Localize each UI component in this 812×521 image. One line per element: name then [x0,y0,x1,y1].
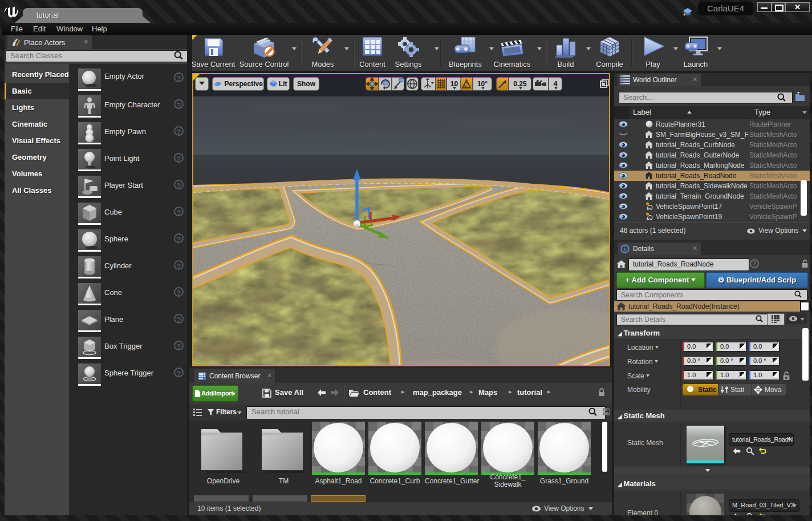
svg-text:i: i [624,246,626,252]
svg-text:?: ? [197,355,200,361]
